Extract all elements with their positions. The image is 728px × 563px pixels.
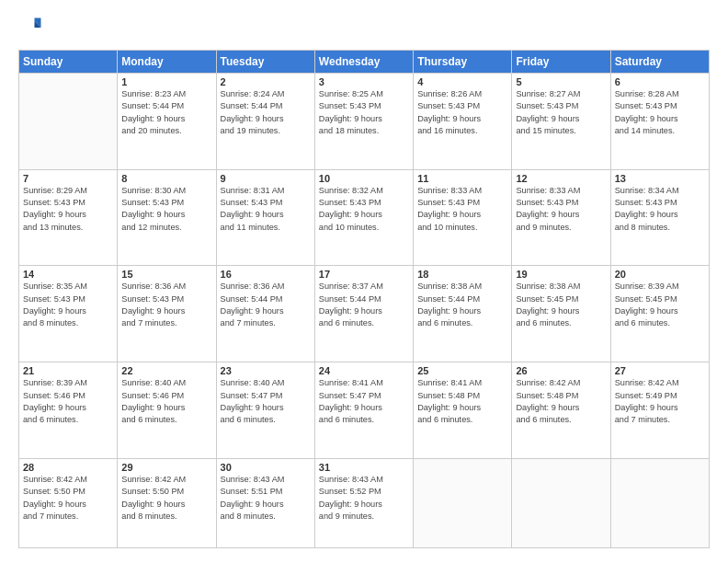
day-info: Sunrise: 8:40 AMSunset: 5:47 PMDaylight:… (221, 377, 311, 426)
day-info: Sunrise: 8:43 AMSunset: 5:51 PMDaylight:… (221, 474, 311, 523)
day-info: Sunrise: 8:24 AMSunset: 5:44 PMDaylight:… (221, 88, 311, 137)
day-number: 10 (319, 173, 409, 184)
day-number: 25 (417, 365, 507, 376)
weekday-header-wednesday: Wednesday (314, 51, 413, 74)
day-number: 24 (319, 365, 409, 376)
day-info: Sunrise: 8:36 AMSunset: 5:43 PMDaylight:… (121, 281, 211, 329)
day-info: Sunrise: 8:39 AMSunset: 5:46 PMDaylight:… (23, 377, 113, 426)
calendar-cell: 9Sunrise: 8:31 AMSunset: 5:43 PMDaylight… (216, 169, 314, 266)
day-info: Sunrise: 8:40 AMSunset: 5:46 PMDaylight:… (121, 377, 211, 426)
day-number: 20 (615, 269, 705, 280)
calendar-cell: 16Sunrise: 8:36 AMSunset: 5:44 PMDayligh… (216, 266, 314, 362)
weekday-header-friday: Friday (512, 51, 610, 74)
calendar-cell (414, 458, 512, 547)
week-row-1: 1Sunrise: 8:23 AMSunset: 5:44 PMDaylight… (19, 74, 710, 170)
calendar-cell: 17Sunrise: 8:37 AMSunset: 5:44 PMDayligh… (314, 266, 413, 362)
day-info: Sunrise: 8:26 AMSunset: 5:43 PMDaylight:… (417, 88, 507, 137)
day-info: Sunrise: 8:42 AMSunset: 5:49 PMDaylight:… (615, 377, 705, 426)
weekday-header-row: SundayMondayTuesdayWednesdayThursdayFrid… (19, 51, 710, 74)
day-number: 28 (23, 462, 113, 473)
calendar-cell: 4Sunrise: 8:26 AMSunset: 5:43 PMDaylight… (414, 74, 512, 170)
calendar-cell: 22Sunrise: 8:40 AMSunset: 5:46 PMDayligh… (118, 362, 216, 459)
day-number: 30 (221, 462, 311, 473)
weekday-header-monday: Monday (118, 51, 216, 74)
day-info: Sunrise: 8:33 AMSunset: 5:43 PMDaylight:… (516, 185, 606, 234)
day-info: Sunrise: 8:43 AMSunset: 5:52 PMDaylight:… (319, 474, 409, 523)
weekday-header-saturday: Saturday (610, 51, 709, 74)
calendar-cell: 21Sunrise: 8:39 AMSunset: 5:46 PMDayligh… (19, 362, 118, 459)
header (18, 15, 710, 40)
calendar-table: SundayMondayTuesdayWednesdayThursdayFrid… (18, 50, 710, 548)
day-number: 26 (516, 365, 606, 376)
day-number: 3 (319, 76, 409, 87)
calendar-cell: 12Sunrise: 8:33 AMSunset: 5:43 PMDayligh… (512, 169, 610, 266)
calendar-cell: 27Sunrise: 8:42 AMSunset: 5:49 PMDayligh… (610, 362, 709, 459)
calendar-cell: 19Sunrise: 8:38 AMSunset: 5:45 PMDayligh… (512, 266, 610, 362)
calendar-cell: 14Sunrise: 8:35 AMSunset: 5:43 PMDayligh… (19, 266, 118, 362)
calendar-cell: 23Sunrise: 8:40 AMSunset: 5:47 PMDayligh… (216, 362, 314, 459)
day-number: 9 (221, 173, 311, 184)
day-info: Sunrise: 8:39 AMSunset: 5:45 PMDaylight:… (615, 281, 705, 329)
calendar-cell: 2Sunrise: 8:24 AMSunset: 5:44 PMDaylight… (216, 74, 314, 170)
logo (18, 15, 48, 40)
day-info: Sunrise: 8:36 AMSunset: 5:44 PMDaylight:… (221, 281, 311, 329)
logo-icon (18, 15, 44, 40)
calendar-cell: 29Sunrise: 8:42 AMSunset: 5:50 PMDayligh… (118, 458, 216, 547)
day-info: Sunrise: 8:35 AMSunset: 5:43 PMDaylight:… (23, 281, 113, 329)
calendar-cell: 28Sunrise: 8:42 AMSunset: 5:50 PMDayligh… (19, 458, 118, 547)
day-info: Sunrise: 8:41 AMSunset: 5:47 PMDaylight:… (319, 377, 409, 426)
day-number: 11 (417, 173, 507, 184)
day-info: Sunrise: 8:30 AMSunset: 5:43 PMDaylight:… (121, 185, 211, 234)
day-number: 15 (121, 269, 211, 280)
day-number: 23 (221, 365, 311, 376)
day-info: Sunrise: 8:41 AMSunset: 5:48 PMDaylight:… (417, 377, 507, 426)
day-info: Sunrise: 8:42 AMSunset: 5:50 PMDaylight:… (23, 474, 113, 523)
weekday-header-thursday: Thursday (414, 51, 512, 74)
day-number: 17 (319, 269, 409, 280)
calendar-cell: 11Sunrise: 8:33 AMSunset: 5:43 PMDayligh… (414, 169, 512, 266)
day-number: 2 (221, 76, 311, 87)
day-number: 27 (615, 365, 705, 376)
calendar-cell: 18Sunrise: 8:38 AMSunset: 5:44 PMDayligh… (414, 266, 512, 362)
day-info: Sunrise: 8:25 AMSunset: 5:43 PMDaylight:… (319, 88, 409, 137)
calendar-cell (512, 458, 610, 547)
day-info: Sunrise: 8:34 AMSunset: 5:43 PMDaylight:… (615, 185, 705, 234)
calendar-cell: 26Sunrise: 8:42 AMSunset: 5:48 PMDayligh… (512, 362, 610, 459)
week-row-3: 14Sunrise: 8:35 AMSunset: 5:43 PMDayligh… (19, 266, 710, 362)
weekday-header-sunday: Sunday (19, 51, 118, 74)
week-row-5: 28Sunrise: 8:42 AMSunset: 5:50 PMDayligh… (19, 458, 710, 547)
day-number: 16 (221, 269, 311, 280)
calendar-cell: 30Sunrise: 8:43 AMSunset: 5:51 PMDayligh… (216, 458, 314, 547)
day-info: Sunrise: 8:42 AMSunset: 5:48 PMDaylight:… (516, 377, 606, 426)
calendar-cell: 13Sunrise: 8:34 AMSunset: 5:43 PMDayligh… (610, 169, 709, 266)
day-info: Sunrise: 8:38 AMSunset: 5:44 PMDaylight:… (417, 281, 507, 329)
calendar-cell: 24Sunrise: 8:41 AMSunset: 5:47 PMDayligh… (314, 362, 413, 459)
day-number: 12 (516, 173, 606, 184)
day-number: 31 (319, 462, 409, 473)
day-number: 22 (121, 365, 211, 376)
day-info: Sunrise: 8:28 AMSunset: 5:43 PMDaylight:… (615, 88, 705, 137)
calendar-cell (610, 458, 709, 547)
day-number: 5 (516, 76, 606, 87)
day-number: 14 (23, 269, 113, 280)
calendar-cell: 3Sunrise: 8:25 AMSunset: 5:43 PMDaylight… (314, 74, 413, 170)
day-number: 1 (121, 76, 211, 87)
calendar-cell (19, 74, 118, 170)
day-number: 6 (615, 76, 705, 87)
day-info: Sunrise: 8:37 AMSunset: 5:44 PMDaylight:… (319, 281, 409, 329)
day-info: Sunrise: 8:33 AMSunset: 5:43 PMDaylight:… (417, 185, 507, 234)
day-info: Sunrise: 8:27 AMSunset: 5:43 PMDaylight:… (516, 88, 606, 137)
day-info: Sunrise: 8:31 AMSunset: 5:43 PMDaylight:… (221, 185, 311, 234)
day-number: 7 (23, 173, 113, 184)
week-row-2: 7Sunrise: 8:29 AMSunset: 5:43 PMDaylight… (19, 169, 710, 266)
calendar-cell: 20Sunrise: 8:39 AMSunset: 5:45 PMDayligh… (610, 266, 709, 362)
calendar-cell: 15Sunrise: 8:36 AMSunset: 5:43 PMDayligh… (118, 266, 216, 362)
day-number: 18 (417, 269, 507, 280)
page: SundayMondayTuesdayWednesdayThursdayFrid… (0, 0, 728, 563)
day-number: 8 (121, 173, 211, 184)
day-number: 4 (417, 76, 507, 87)
day-number: 21 (23, 365, 113, 376)
calendar-cell: 5Sunrise: 8:27 AMSunset: 5:43 PMDaylight… (512, 74, 610, 170)
calendar-cell: 8Sunrise: 8:30 AMSunset: 5:43 PMDaylight… (118, 169, 216, 266)
calendar-cell: 10Sunrise: 8:32 AMSunset: 5:43 PMDayligh… (314, 169, 413, 266)
